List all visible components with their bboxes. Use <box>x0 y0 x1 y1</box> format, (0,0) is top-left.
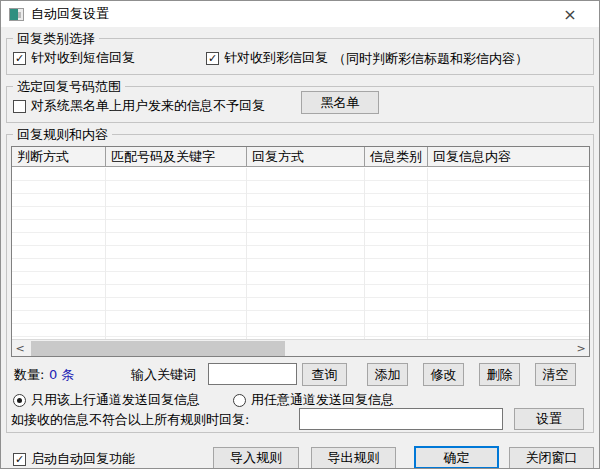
checkbox-enable-autoreply-label: 启动自动回复功能 <box>31 450 135 468</box>
mms-note: （同时判断彩信标题和彩信内容） <box>333 50 528 68</box>
blacklist-button[interactable]: 黑名单 <box>301 91 379 114</box>
column-divider <box>364 168 365 341</box>
column-header-reply-content[interactable]: 回复信息内容 <box>428 147 589 166</box>
checkbox-empty-icon <box>13 100 26 113</box>
auto-reply-settings-dialog: 自动回复设置 × 回复类别选择 ✓ 针对收到短信回复 ✓ 针对收到彩信回复 （同… <box>0 0 600 469</box>
checkbox-blacklist-no-reply[interactable]: 对系统黑名单上用户发来的信息不予回复 <box>13 97 265 115</box>
group-reply-type-legend: 回复类别选择 <box>13 30 99 48</box>
checkbox-mms-reply-label: 针对收到彩信回复 <box>224 49 328 67</box>
close-window-button[interactable]: 关闭窗口 <box>509 447 594 469</box>
export-rules-button[interactable]: 导出规则 <box>311 447 396 469</box>
column-header-msg-type[interactable]: 信息类别 <box>365 147 428 166</box>
set-button[interactable]: 设置 <box>514 408 584 430</box>
checkmark-icon: ✓ <box>206 52 219 65</box>
scroll-left-icon[interactable]: < <box>12 340 28 356</box>
count-value: 0 条 <box>49 366 74 384</box>
rules-table-body <box>12 168 589 341</box>
clear-button[interactable]: 清空 <box>535 363 576 386</box>
column-divider <box>105 168 106 341</box>
keyword-input[interactable] <box>208 363 297 385</box>
close-icon[interactable]: × <box>557 3 583 25</box>
radio-any-channel[interactable]: 用任意通道发送回复信息 <box>233 391 394 409</box>
window-title: 自动回复设置 <box>31 5 109 23</box>
radio-any-channel-label: 用任意通道发送回复信息 <box>251 391 394 409</box>
group-rules-legend: 回复规则和内容 <box>13 126 112 144</box>
fallback-reply-input[interactable] <box>299 408 503 430</box>
checkbox-sms-reply[interactable]: ✓ 针对收到短信回复 <box>13 49 135 67</box>
column-header-judge-method[interactable]: 判断方式 <box>12 147 106 166</box>
add-button[interactable]: 添加 <box>367 363 408 386</box>
count-label: 数量: <box>14 366 44 384</box>
radio-selected-icon <box>13 394 26 407</box>
rules-table-header: 判断方式 匹配号码及关键字 回复方式 信息类别 回复信息内容 <box>12 147 589 167</box>
import-rules-button[interactable]: 导入规则 <box>213 447 299 469</box>
column-header-match-keyword[interactable]: 匹配号码及关键字 <box>106 147 247 166</box>
titlebar: 自动回复设置 × <box>1 1 599 27</box>
column-divider <box>427 168 428 341</box>
checkmark-icon: ✓ <box>13 52 26 65</box>
scroll-right-icon[interactable]: > <box>573 340 589 356</box>
ok-button[interactable]: 确定 <box>414 446 499 469</box>
radio-unselected-icon <box>233 394 246 407</box>
checkbox-mms-reply[interactable]: ✓ 针对收到彩信回复 <box>206 49 328 67</box>
scrollbar-thumb[interactable] <box>31 341 285 356</box>
app-icon <box>9 8 24 21</box>
fallback-reply-label: 如接收的信息不符合以上所有规则时回复: <box>11 411 249 429</box>
delete-button[interactable]: 删除 <box>479 363 520 386</box>
horizontal-scrollbar[interactable]: < > <box>12 339 589 356</box>
radio-same-channel-label: 只用该上行通道发送回复信息 <box>31 391 200 409</box>
query-button[interactable]: 查询 <box>302 363 347 386</box>
radio-same-channel[interactable]: 只用该上行通道发送回复信息 <box>13 391 200 409</box>
modify-button[interactable]: 修改 <box>423 363 464 386</box>
checkmark-icon: ✓ <box>13 453 26 466</box>
rules-table: 判断方式 匹配号码及关键字 回复方式 信息类别 回复信息内容 < > <box>11 146 590 357</box>
checkbox-sms-reply-label: 针对收到短信回复 <box>31 49 135 67</box>
keyword-label: 输入关键词 <box>131 366 196 384</box>
checkbox-enable-autoreply[interactable]: ✓ 启动自动回复功能 <box>13 450 135 468</box>
column-divider <box>246 168 247 341</box>
group-number-range-legend: 选定回复号码范围 <box>13 78 125 96</box>
checkbox-blacklist-label: 对系统黑名单上用户发来的信息不予回复 <box>31 97 265 115</box>
column-header-reply-method[interactable]: 回复方式 <box>247 147 365 166</box>
